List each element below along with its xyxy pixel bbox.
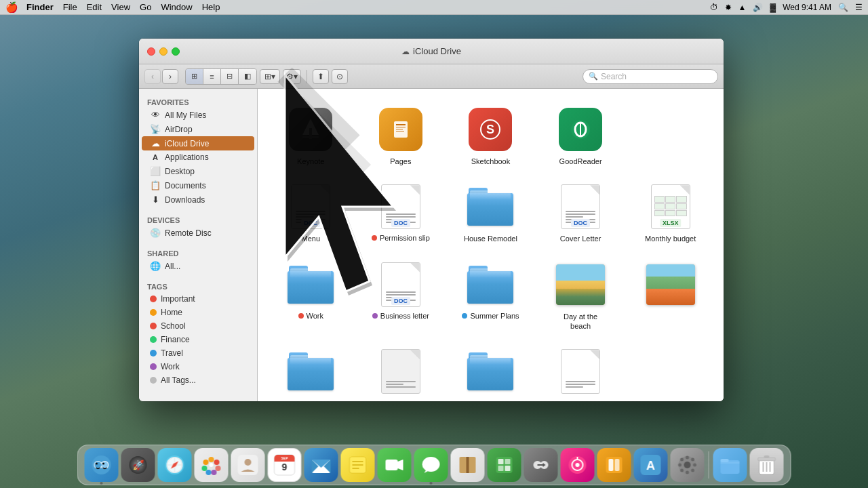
file-item-business-letter[interactable]: DOC Business letter: [359, 255, 443, 337]
svg-rect-77: [606, 457, 623, 473]
travel-tag-dot: [150, 350, 157, 357]
catalog-bottom-5-icon: [556, 347, 605, 396]
search-placeholder: Search: [601, 72, 627, 81]
sidebar-item-downloads[interactable]: ⬇ Downloads: [142, 192, 254, 207]
sidebar-item-label: Home: [161, 308, 182, 317]
dock-item-sysprefs[interactable]: [671, 448, 705, 482]
tag-button[interactable]: ⊙: [332, 69, 348, 84]
arrange-button[interactable]: ⊞▾: [260, 69, 280, 84]
menu-file[interactable]: File: [63, 2, 77, 12]
sidebar-item-travel[interactable]: Travel: [142, 346, 254, 360]
sidebar-item-school[interactable]: School: [142, 319, 254, 333]
file-item-permission-slip[interactable]: DOC Permission slip: [359, 177, 443, 249]
toolbar: ‹ › ⊞ ≡ ⊟ ◧ ⊞▾ ⚙▾ ⬆ ⊙ 🔍 Search: [139, 64, 724, 89]
svg-point-35: [214, 460, 220, 465]
maximize-button[interactable]: [172, 47, 180, 56]
dock-item-ibooks[interactable]: [597, 448, 631, 482]
dock-item-migration[interactable]: [524, 448, 558, 482]
menu-view[interactable]: View: [111, 2, 130, 12]
file-item-doc-bottom-3[interactable]: [359, 342, 443, 401]
menubar: 🍎 Finder File Edit View Go Window Help ⏱…: [0, 0, 868, 15]
file-item-work-folder[interactable]: Work: [269, 255, 353, 337]
content-area: Favorites 👁 All My Files 📡 AirDrop ☁ iCl…: [139, 89, 724, 401]
menu-edit[interactable]: Edit: [87, 2, 102, 12]
icon-view-button[interactable]: ⊞: [186, 69, 203, 84]
dock-item-appstore[interactable]: A: [634, 448, 668, 482]
menu-go[interactable]: Go: [140, 2, 151, 12]
dock-item-itunes[interactable]: [561, 448, 595, 482]
menu-finder[interactable]: Finder: [26, 2, 54, 12]
sidebar-item-icloud-drive[interactable]: ☁ iCloud Drive: [142, 136, 254, 150]
file-item-day-at-beach[interactable]: Day at the beach: [538, 255, 623, 337]
dock-item-contacts[interactable]: [231, 448, 265, 482]
file-item-photo-bottom-1[interactable]: [628, 255, 713, 337]
dock-item-messages[interactable]: [414, 448, 448, 482]
search-box[interactable]: 🔍 Search: [583, 69, 718, 84]
sidebar-item-remote-disc[interactable]: 💿 Remote Disc: [142, 226, 254, 240]
file-item-goodreader[interactable]: GoodReader: [538, 100, 623, 171]
file-item-catalog-bottom-5[interactable]: [538, 342, 623, 401]
file-item-folder-bottom-4[interactable]: [448, 342, 533, 401]
file-label: Work: [298, 312, 323, 320]
dock-item-numbers[interactable]: [488, 448, 521, 482]
coverflow-view-button[interactable]: ◧: [239, 69, 256, 84]
dock-item-facetime[interactable]: [378, 448, 412, 482]
column-view-button[interactable]: ⊟: [221, 69, 239, 84]
file-item-cover-letter[interactable]: DOC Cover Letter: [538, 177, 623, 249]
file-item-sketchbook[interactable]: S Sketchbook: [448, 100, 533, 171]
dock-item-mail[interactable]: [304, 448, 338, 482]
sidebar-item-work[interactable]: Work: [142, 360, 254, 373]
sidebar-item-documents[interactable]: 📋 Documents: [142, 178, 254, 192]
sidebar-item-finance[interactable]: Finance: [142, 333, 254, 346]
dock-item-folder[interactable]: [713, 448, 747, 482]
forward-button[interactable]: ›: [162, 69, 178, 84]
list-view-button[interactable]: ≡: [203, 69, 221, 84]
dock-item-photos[interactable]: [195, 448, 229, 482]
file-item-keynote[interactable]: Keynote: [269, 100, 353, 171]
search-icon: 🔍: [589, 72, 598, 81]
wifi-icon[interactable]: ▲: [738, 3, 747, 12]
time-machine-icon[interactable]: ⏱: [710, 3, 718, 12]
svg-point-59: [422, 457, 440, 472]
dock-item-safari[interactable]: [158, 448, 192, 482]
apple-menu[interactable]: 🍎: [5, 1, 18, 14]
spotlight-icon[interactable]: 🔍: [838, 3, 848, 12]
dock-item-launchpad[interactable]: 🚀: [121, 448, 155, 482]
svg-rect-4: [396, 124, 406, 125]
menu-window[interactable]: Window: [161, 2, 192, 12]
tags-header: Tags: [139, 279, 257, 292]
battery-icon[interactable]: ▓: [770, 3, 776, 12]
bluetooth-icon[interactable]: ✸: [725, 3, 732, 12]
close-button[interactable]: [147, 47, 155, 56]
volume-icon[interactable]: 🔊: [753, 3, 763, 12]
sidebar-item-all-tags[interactable]: All Tags...: [142, 373, 254, 387]
sidebar-item-important[interactable]: Important: [142, 292, 254, 306]
back-button[interactable]: ‹: [144, 69, 161, 84]
dock-item-finder[interactable]: [85, 448, 119, 482]
dock-item-calendar[interactable]: SEP 9: [268, 448, 302, 482]
file-item-house-remodel[interactable]: House Remodel: [448, 177, 533, 249]
dock-item-book[interactable]: [451, 448, 485, 482]
sidebar-item-desktop[interactable]: ⬜ Desktop: [142, 164, 254, 178]
sidebar-item-airdrop[interactable]: 📡 AirDrop: [142, 122, 254, 136]
file-item-summer-plans[interactable]: Summer Plans: [448, 255, 533, 337]
share-button[interactable]: ⬆: [313, 69, 329, 84]
file-item-pages[interactable]: Pages: [359, 100, 443, 171]
minimize-button[interactable]: [159, 47, 167, 56]
svg-rect-5: [396, 127, 406, 128]
file-item-monthly-budget[interactable]: XLSX Monthly budget: [628, 177, 713, 249]
keynote-icon: [286, 105, 335, 154]
dock-item-trash[interactable]: [750, 448, 784, 482]
menu-help[interactable]: Help: [202, 2, 220, 12]
file-label: Monthly budget: [645, 234, 696, 243]
file-label: Sketchbook: [471, 157, 510, 166]
action-button[interactable]: ⚙▾: [283, 69, 301, 84]
menu-extras-icon[interactable]: ☰: [855, 3, 863, 12]
dock-item-notes[interactable]: [341, 448, 375, 482]
sidebar-item-home[interactable]: Home: [142, 306, 254, 319]
sidebar-item-applications[interactable]: A Applications: [142, 150, 254, 164]
file-item-folder-bottom-2[interactable]: [269, 342, 353, 401]
sidebar-item-all-shared[interactable]: 🌐 All...: [142, 259, 254, 273]
sidebar-item-all-my-files[interactable]: 👁 All My Files: [142, 108, 254, 122]
file-item-menu[interactable]: DOC Menu: [269, 177, 353, 249]
